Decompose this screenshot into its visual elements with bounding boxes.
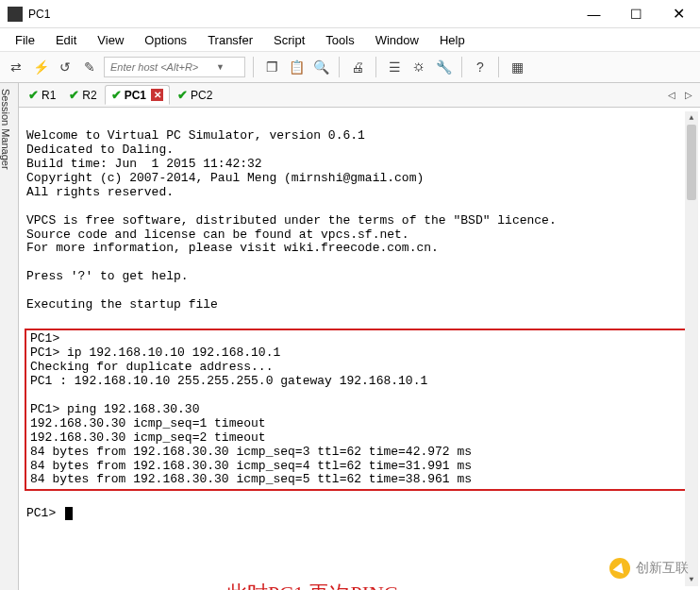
tab-label: R1 <box>42 89 56 102</box>
copy-icon[interactable]: ❐ <box>261 57 282 77</box>
terminal-box-text: PC1> PC1> ip 192.168.10.10 192.168.10.1 … <box>30 331 472 486</box>
minimize-button[interactable]: — <box>573 0 615 28</box>
print-icon[interactable]: 🖨 <box>347 57 368 77</box>
keymap-icon[interactable]: 🔧 <box>433 57 454 77</box>
disconnect-icon[interactable]: ✎ <box>79 57 100 77</box>
host-dropdown-icon[interactable]: ▼ <box>216 62 225 72</box>
scroll-up-icon[interactable]: ▲ <box>685 111 698 125</box>
connect-icon[interactable]: ⇄ <box>6 57 26 77</box>
close-button[interactable]: ✕ <box>658 0 700 28</box>
toolbar-separator <box>461 57 462 77</box>
watermark-logo-icon <box>609 558 630 579</box>
toolbar-separator <box>375 57 376 77</box>
tab-pc2[interactable]: ✔ PC2 <box>172 86 218 104</box>
sidebar-label: Session Manager <box>0 89 11 170</box>
annotation-line1: 此时PC1 再次PING <box>226 580 412 590</box>
reconnect-icon[interactable]: ↺ <box>55 57 75 77</box>
terminal[interactable]: Welcome to Virtual PC Simulator, version… <box>19 108 700 590</box>
tab-r2[interactable]: ✔ R2 <box>63 86 102 104</box>
paste-icon[interactable]: 📋 <box>286 57 307 77</box>
titlebar: PC1 — ☐ ✕ <box>0 0 700 28</box>
check-icon: ✔ <box>177 88 188 102</box>
menu-file[interactable]: File <box>6 31 44 49</box>
terminal-intro: Welcome to Virtual PC Simulator, version… <box>26 128 557 312</box>
menu-transfer[interactable]: Transfer <box>198 31 262 49</box>
tab-pc1[interactable]: ✔ PC1 ✕ <box>105 85 170 105</box>
toolbar: ⇄ ⚡ ↺ ✎ ▼ ❐ 📋 🔍 🖨 ☰ ⛭ 🔧 ? ▦ <box>0 51 700 83</box>
menu-script[interactable]: Script <box>264 31 314 49</box>
check-icon: ✔ <box>28 88 39 102</box>
menu-view[interactable]: View <box>88 31 133 49</box>
menu-help[interactable]: Help <box>430 31 475 49</box>
tab-label: PC1 <box>125 89 146 102</box>
window-title: PC1 <box>28 8 50 21</box>
app-icon <box>8 7 23 22</box>
tab-prev-icon[interactable]: ◁ <box>664 90 679 100</box>
annotation: 此时PC1 再次PING PC2 连通成功！！！ <box>226 580 412 590</box>
maximize-button[interactable]: ☐ <box>615 0 658 28</box>
check-icon: ✔ <box>111 88 122 102</box>
toolbar-separator <box>253 57 254 77</box>
options-icon[interactable]: ⛭ <box>408 57 429 77</box>
toolbar-separator <box>498 57 499 77</box>
help-icon[interactable]: ? <box>470 57 491 77</box>
new-tab-icon[interactable]: ▦ <box>507 57 527 77</box>
menu-tools[interactable]: Tools <box>316 31 363 49</box>
menu-options[interactable]: Options <box>135 31 196 49</box>
check-icon: ✔ <box>69 88 79 102</box>
watermark-text: 创新互联 <box>636 560 689 577</box>
find-icon[interactable]: 🔍 <box>310 57 331 77</box>
menu-window[interactable]: Window <box>366 31 428 49</box>
scrollbar[interactable]: ▲ ▼ <box>685 111 698 586</box>
tab-label: R2 <box>82 89 96 102</box>
watermark: 创新互联 <box>609 558 689 579</box>
tabbar: ✔ R1 ✔ R2 ✔ PC1 ✕ ✔ PC2 ◁ ▷ <box>19 83 700 108</box>
tab-next-icon[interactable]: ▷ <box>681 90 696 100</box>
host-input-wrap[interactable]: ▼ <box>104 57 245 77</box>
scroll-thumb[interactable] <box>687 125 696 200</box>
tab-label: PC2 <box>191 89 212 102</box>
host-input[interactable] <box>108 60 212 74</box>
tab-r1[interactable]: ✔ R1 <box>23 86 61 104</box>
session-manager-sidebar[interactable]: Session Manager <box>0 83 19 590</box>
menu-edit[interactable]: Edit <box>46 31 86 49</box>
properties-icon[interactable]: ☰ <box>384 57 405 77</box>
cursor <box>65 507 73 520</box>
quick-connect-icon[interactable]: ⚡ <box>30 57 51 77</box>
toolbar-separator <box>339 57 340 77</box>
tab-close-icon[interactable]: ✕ <box>151 89 163 101</box>
highlighted-output: PC1> PC1> ip 192.168.10.10 192.168.10.1 … <box>25 329 694 491</box>
menubar: File Edit View Options Transfer Script T… <box>0 28 700 51</box>
terminal-prompt: PC1> <box>26 506 56 520</box>
